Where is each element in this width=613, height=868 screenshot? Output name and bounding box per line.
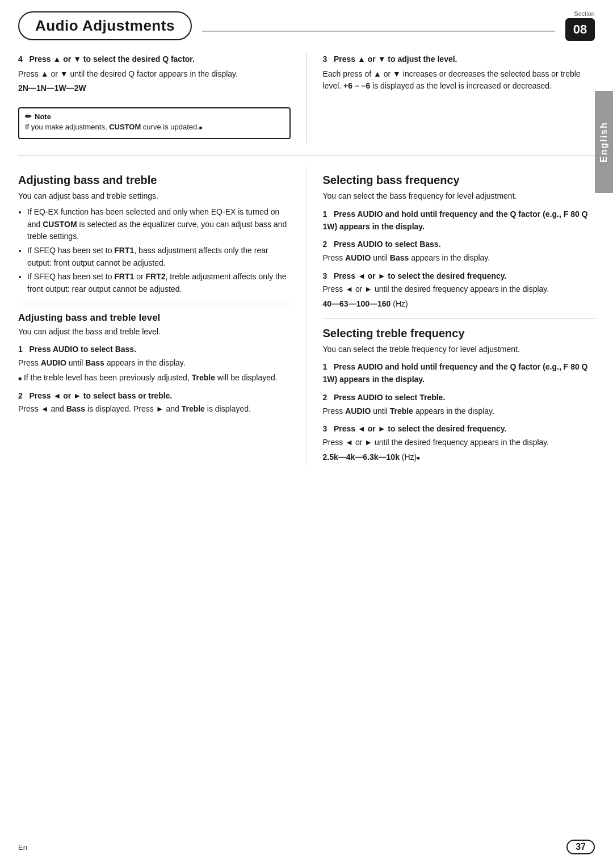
left-step1-body: Press AUDIO until Bass appears in the di… [18, 357, 291, 370]
adjusting-intro: You can adjust bass and treble settings. [18, 190, 291, 203]
right-bass-step3-body: Press ◄ or ► until the desired frequency… [323, 283, 595, 296]
right-bass-step2-heading: 2 Press AUDIO to select Bass. [323, 238, 595, 251]
right-treble-step1: 1 Press AUDIO and hold until frequency a… [323, 361, 595, 385]
page-number: 37 [566, 840, 595, 854]
selecting-treble-freq-intro: You can select the treble frequency for … [323, 343, 595, 356]
page: Audio Adjustments Section 08 English 4 P… [0, 0, 613, 868]
left-step1-heading: 1 Press AUDIO to select Bass. [18, 343, 291, 356]
step3-right-heading: 3 Press ▲ or ▼ to adjust the level. [323, 53, 595, 66]
bass-treble-level-intro: You can adjust the bass and treble level… [18, 326, 291, 338]
adjusting-bass-treble-title: Adjusting bass and treble [18, 174, 291, 187]
left-column: Adjusting bass and treble You can adjust… [18, 166, 306, 466]
title-badge: Audio Adjustments [18, 11, 192, 40]
page-title: Audio Adjustments [35, 17, 175, 35]
bullet-item-1: If EQ-EX function has been selected and … [27, 206, 291, 243]
right-treble-step3-heading: 3 Press ◄ or ► to select the desired fre… [323, 423, 595, 435]
note-icon: ✏ [25, 112, 32, 121]
footer-lang: En [18, 843, 27, 852]
footer: En 37 [0, 840, 613, 854]
selecting-bass-freq-intro: You can select the bass frequency for le… [323, 190, 595, 203]
note-box: ✏ Note If you make adjustments, CUSTOM c… [18, 107, 291, 139]
note-text: If you make adjustments, CUSTOM curve is… [25, 122, 284, 132]
right-bass-step3-sequence: 40—63—100—160 (Hz) [323, 298, 595, 311]
step3-right-body: Each press of ▲ or ▼ increases or decrea… [323, 68, 595, 93]
top-left-col: 4 Press ▲ or ▼ to select the desired Q f… [18, 53, 306, 144]
bass-treble-level-title: Adjusting bass and treble level [18, 312, 291, 324]
section-badge: Section 08 [565, 10, 595, 41]
main-content: Adjusting bass and treble You can adjust… [0, 156, 613, 466]
right-treble-step3-body: Press ◄ or ► until the desired frequency… [323, 437, 595, 449]
section-number: 08 [565, 18, 595, 41]
side-language-label: English [595, 91, 613, 193]
top-right-col: 3 Press ▲ or ▼ to adjust the level. Each… [306, 53, 595, 144]
left-step2-body: Press ◄ and Bass is displayed. Press ► a… [18, 403, 291, 416]
step4-heading: 4 Press ▲ or ▼ to select the desired Q f… [18, 53, 291, 66]
section-label: Section [574, 10, 595, 17]
right-bass-step1: 1 Press AUDIO and hold until frequency a… [323, 208, 595, 233]
left-step2-heading: 2 Press ◄ or ► to select bass or treble. [18, 390, 291, 402]
bullet-item-3: If SFEQ has been set to FRT1 or FRT2, tr… [27, 271, 291, 295]
right-treble-step2-body: Press AUDIO until Treble appears in the … [323, 405, 595, 418]
selecting-bass-freq-title: Selecting bass frequency [323, 174, 595, 187]
bullet-item-2: If SFEQ has been set to FRT1, bass adjus… [27, 245, 291, 269]
right-bass-step3-heading: 3 Press ◄ or ► to select the desired fre… [323, 270, 595, 283]
right-treble-step2-heading: 2 Press AUDIO to select Treble. [323, 392, 595, 404]
right-bass-step2-body: Press AUDIO until Bass appears in the di… [323, 252, 595, 265]
note-title: ✏ Note [25, 112, 284, 121]
bullet-list: If EQ-EX function has been selected and … [27, 206, 291, 296]
step4-sequence: 2N—1N—1W—2W [18, 82, 291, 95]
step4-body: Press ▲ or ▼ until the desired Q factor … [18, 68, 291, 81]
selecting-treble-freq-title: Selecting treble frequency [323, 327, 595, 340]
footer-page: 37 [566, 840, 595, 854]
header: Audio Adjustments Section 08 [0, 0, 613, 41]
right-column: Selecting bass frequency You can select … [306, 166, 595, 466]
left-step1-note: ■ If the treble level has been previousl… [18, 372, 291, 384]
right-treble-step3-sequence: 2.5k—4k—6.3k—10k (Hz)■ [323, 451, 595, 464]
